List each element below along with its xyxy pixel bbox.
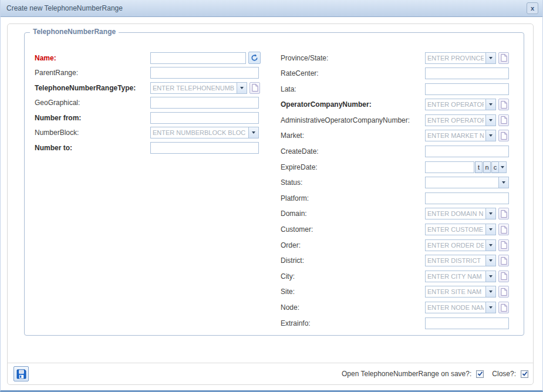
site-combo-input[interactable] <box>425 286 486 298</box>
site-label: Site: <box>281 288 425 296</box>
district-combo <box>425 255 496 266</box>
customer-field <box>425 224 509 235</box>
field-row: Customer: <box>281 224 509 236</box>
field-row: Site: <box>281 286 509 298</box>
market-combo-input[interactable] <box>425 130 486 141</box>
extrainfo-input[interactable] <box>425 317 509 329</box>
dropdown-button[interactable] <box>485 286 496 298</box>
dropdown-button[interactable] <box>485 224 496 235</box>
node-label: Node: <box>281 303 425 312</box>
expiredate-input[interactable] <box>425 161 474 173</box>
platform-input[interactable] <box>425 192 509 204</box>
caret-down-icon <box>501 166 504 168</box>
customer-combo-input[interactable] <box>425 224 486 235</box>
new-record-button[interactable] <box>498 99 509 110</box>
field-row: Domain: <box>281 208 509 220</box>
city-label: City: <box>281 272 425 281</box>
parentrange-field <box>150 67 259 79</box>
order-field <box>425 239 509 251</box>
province-state-field <box>425 52 509 64</box>
new-record-button[interactable] <box>498 224 509 235</box>
dropdown-button[interactable] <box>498 177 509 188</box>
district-field <box>425 255 509 266</box>
geographical-label: GeoGraphical: <box>35 99 150 107</box>
customer-label: Customer: <box>281 225 425 234</box>
dropdown-button[interactable] <box>485 114 496 126</box>
new-record-button[interactable] <box>498 52 509 64</box>
lata-input[interactable] <box>425 83 509 95</box>
dropdown-button[interactable] <box>237 82 247 94</box>
field-row: Lata: <box>281 83 509 95</box>
order-combo-input[interactable] <box>425 239 486 251</box>
domain-combo <box>425 208 496 219</box>
administrativeoperatorcompanynumber-field <box>425 114 509 126</box>
operatorcompanynumber-combo-input[interactable] <box>425 99 486 110</box>
district-combo-input[interactable] <box>425 255 486 266</box>
administrativeoperatorcompanynumber-combo-input[interactable] <box>425 114 486 126</box>
date-now-button[interactable]: n <box>483 161 491 173</box>
new-record-button[interactable] <box>498 302 509 313</box>
blank-page-icon <box>501 272 507 280</box>
administrativeoperatorcompanynumber-label: AdministrativeOperatorCompanyNumber: <box>281 116 425 124</box>
number-from-input[interactable] <box>150 112 259 124</box>
new-record-button[interactable] <box>498 114 509 126</box>
number-to-input[interactable] <box>150 142 259 154</box>
open-on-save-checkbox[interactable] <box>476 370 484 378</box>
dropdown-button[interactable] <box>485 99 496 110</box>
new-record-button[interactable] <box>498 239 509 251</box>
geographical-input[interactable] <box>150 97 259 109</box>
caret-down-icon <box>240 87 244 89</box>
left-column: Name: ParentRange: <box>35 52 261 157</box>
ratecenter-input[interactable] <box>425 67 509 79</box>
node-combo-input[interactable] <box>425 302 486 313</box>
status-combo-input[interactable] <box>425 177 499 188</box>
new-record-button[interactable] <box>249 82 260 94</box>
new-record-button[interactable] <box>498 271 509 282</box>
save-button[interactable] <box>14 366 29 381</box>
dropdown-button[interactable] <box>485 130 496 141</box>
city-combo-input[interactable] <box>425 271 486 282</box>
telephonenumberrange-group: TelephoneNumberRange Name: <box>24 32 524 336</box>
dropdown-button[interactable] <box>485 208 496 219</box>
telephonenumberrangetype-combo-input[interactable] <box>150 82 237 94</box>
createdate-input[interactable] <box>425 146 509 157</box>
close-button[interactable]: x <box>527 2 538 14</box>
caret-down-icon <box>502 181 505 184</box>
blank-page-icon <box>501 226 507 234</box>
dropdown-button[interactable] <box>485 239 496 251</box>
site-combo <box>425 286 496 298</box>
dropdown-button[interactable] <box>485 302 496 313</box>
province-state-combo-input[interactable] <box>425 52 486 64</box>
geographical-field <box>150 97 259 109</box>
blank-page-icon <box>501 257 507 265</box>
caret-down-icon <box>489 103 493 106</box>
domain-combo-input[interactable] <box>425 208 486 219</box>
dropdown-button[interactable] <box>485 271 496 282</box>
field-row: AdministrativeOperatorCompanyNumber: <box>281 114 509 126</box>
blank-page-icon <box>501 304 507 312</box>
name-input[interactable] <box>150 52 246 64</box>
dropdown-button[interactable] <box>485 52 496 64</box>
new-record-button[interactable] <box>498 255 509 266</box>
close-question-label: Close?: <box>492 370 516 378</box>
dropdown-button[interactable] <box>485 255 496 266</box>
numberblock-combo-input[interactable] <box>150 127 249 138</box>
dropdown-button[interactable] <box>248 127 259 138</box>
parentrange-input[interactable] <box>150 67 259 79</box>
status-combo <box>425 177 509 188</box>
blank-page-icon <box>501 288 507 296</box>
new-record-button[interactable] <box>498 208 509 219</box>
refresh-button[interactable] <box>248 52 261 64</box>
dropdown-button[interactable] <box>498 161 507 173</box>
telephonenumberrangetype-label: TelephoneNumberRangeType: <box>35 84 150 92</box>
caret-down-icon <box>489 275 493 278</box>
number-from-label: Number from: <box>35 114 150 122</box>
new-record-button[interactable] <box>498 286 509 298</box>
new-record-button[interactable] <box>498 130 509 141</box>
date-today-button[interactable]: t <box>475 161 483 173</box>
city-combo <box>425 271 496 282</box>
number-to-label: Number to: <box>35 144 150 152</box>
close-checkbox[interactable] <box>521 370 528 378</box>
circular-arrow-icon <box>251 54 258 62</box>
create-telephonenumberrange-dialog: Create new TelephoneNumberRange x Teleph… <box>0 0 543 392</box>
